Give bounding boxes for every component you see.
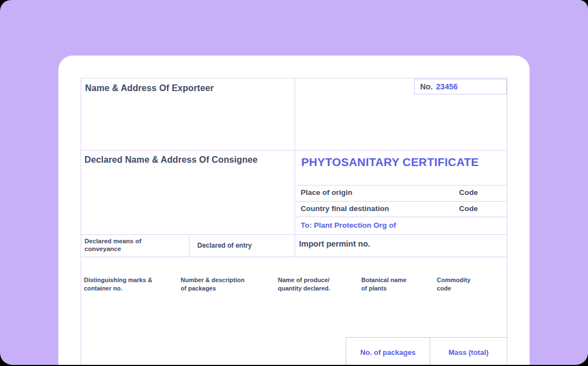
- packages-total-cell[interactable]: No. of packages: [346, 338, 430, 365]
- certificate-title: PHYTOSANITARY CERTIFICATE: [301, 156, 479, 169]
- right-col-divider-1: [295, 185, 507, 185]
- column-divider-main: [295, 78, 295, 257]
- totals-table: No. of packages Mass (total): [346, 337, 507, 365]
- goods-description-field[interactable]: [81, 294, 342, 365]
- import-permit-label: Import permint no.: [299, 239, 370, 248]
- mass-total-label: Mass (total): [449, 348, 489, 357]
- table-border-right: [507, 78, 507, 365]
- table-border-top: [81, 78, 507, 78]
- row-divider-1: [81, 150, 507, 151]
- row-divider-2: [81, 234, 507, 235]
- certificate-no-label: No.: [420, 82, 433, 91]
- right-col-divider-3: [295, 217, 507, 217]
- consignee-address-field[interactable]: [81, 167, 294, 234]
- column-header-produce: Name of produce/ quantity declared.: [278, 276, 330, 292]
- screen: Name & Address Of Exporteer No. 23456 De…: [0, 0, 588, 366]
- certificate-no-field[interactable]: No. 23456: [414, 79, 507, 94]
- packages-total-label: No. of packages: [360, 348, 416, 357]
- country-destination-label: Country final destination: [301, 204, 389, 213]
- certificate-form: Name & Address Of Exporteer No. 23456 De…: [81, 78, 507, 365]
- certificate-card: Name & Address Of Exporteer No. 23456 De…: [58, 56, 530, 365]
- place-of-origin-code-label: Code: [459, 188, 478, 197]
- mass-total-cell[interactable]: Mass (total): [430, 338, 507, 365]
- row-divider-3: [81, 257, 507, 257]
- purple-backdrop: Name & Address Of Exporteer No. 23456 De…: [0, 0, 588, 365]
- column-header-marks: Distinguishing marks & container no.: [84, 276, 152, 292]
- country-destination-code-label: Code: [459, 204, 478, 213]
- right-col-divider-2: [295, 201, 507, 202]
- consignee-label: Declared Name & Address Of Consignee: [84, 155, 258, 165]
- point-of-entry-label: Declared of entry: [197, 242, 252, 249]
- exporter-address-field[interactable]: [81, 92, 294, 149]
- column-header-commodity: Commodity code: [437, 276, 471, 292]
- plant-protection-org-line: To: Plant Protection Org of: [301, 221, 396, 229]
- means-of-conveyance-label: Declared means of conveyance: [84, 237, 141, 253]
- column-header-botanical: Botanical name of plants: [361, 276, 406, 292]
- certificate-no-value: 23456: [436, 82, 458, 91]
- place-of-origin-label: Place of origin: [301, 188, 352, 197]
- column-divider-conveyance: [189, 234, 190, 257]
- column-header-packages: Number & description of packages: [181, 276, 245, 292]
